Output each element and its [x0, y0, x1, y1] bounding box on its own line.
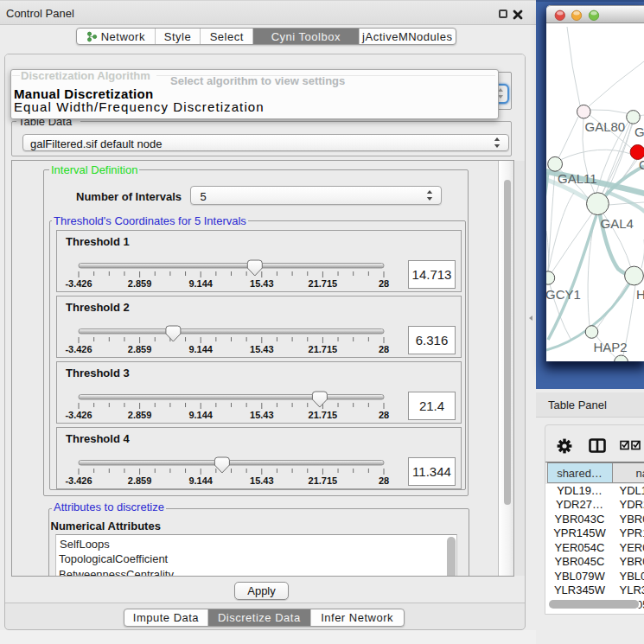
svg-text:-3.426: -3.426	[65, 278, 92, 289]
svg-text:HI: HI	[636, 287, 644, 302]
svg-text:9.144: 9.144	[188, 278, 213, 289]
svg-text:28: 28	[379, 278, 389, 289]
svg-text:GCY1: GCY1	[546, 287, 581, 302]
svg-text:GAL80: GAL80	[584, 119, 625, 134]
svg-text:G.: G.	[634, 124, 644, 139]
svg-text:HAP2: HAP2	[593, 340, 627, 354]
svg-text:15.43: 15.43	[250, 278, 274, 289]
svg-text:21.715: 21.715	[309, 278, 338, 289]
svg-text:GAL11: GAL11	[558, 171, 597, 186]
svg-text:GAL4: GAL4	[600, 216, 633, 231]
svg-text:2.859: 2.859	[128, 278, 152, 289]
svg-text:G: G	[639, 157, 644, 172]
